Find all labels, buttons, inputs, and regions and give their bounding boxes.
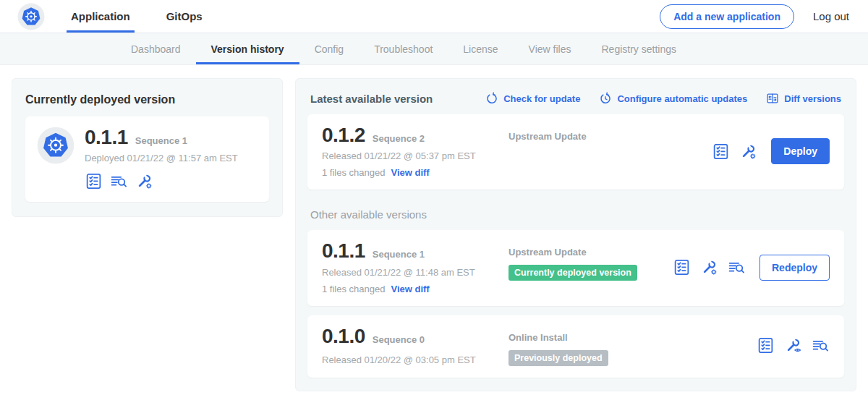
row-action-icons [673,258,746,276]
version-status-column: Upstream Update Currently deployed versi… [509,240,673,294]
app-logo-icon [37,127,75,164]
deploy-button[interactable]: Deploy [771,138,830,164]
version-status-column: Upstream Update [509,124,712,178]
check-for-update-label: Check for update [503,93,580,104]
logout-button[interactable]: Log out [813,10,849,22]
version-source-label: Online Install [509,332,757,343]
kubernetes-logo-icon [17,3,45,30]
tab-application[interactable]: Application [67,0,135,33]
version-card-0-1-2: 0.1.2 Sequence 2 Released 01/21/22 @ 05:… [307,114,844,190]
preflight-checklist-icon[interactable] [757,336,775,354]
config-wrench-gear-icon[interactable] [739,143,757,161]
status-badge-previously-deployed: Previously deployed [509,350,608,366]
main-content: Currently deployed version 0.1.1 Sequenc… [0,65,868,404]
released-timestamp: Released 01/21/22 @ 05:37 pm EST [322,150,509,161]
config-wrench-eye-icon[interactable] [784,336,802,354]
preflight-checklist-icon[interactable] [712,143,730,161]
schedule-refresh-icon [599,92,612,105]
config-wrench-gear-icon[interactable] [700,258,718,276]
app-subnav: Dashboard Version history Config Trouble… [0,33,868,65]
version-actions-column [757,336,830,354]
deployed-card-title: Currently deployed version [25,93,269,106]
diff-versions-link[interactable]: Diff versions [766,92,841,105]
deployed-sequence-label: Sequence 1 [135,135,187,146]
sequence-label: Sequence 0 [373,334,425,345]
subnav-tab-license[interactable]: License [448,33,513,64]
version-actions-column: Deploy [712,138,830,164]
version-number: 0.1.1 [322,240,365,261]
header-tabs: Application GitOps [67,0,234,33]
tab-gitops[interactable]: GitOps [162,0,207,33]
subnav-tab-registry-settings[interactable]: Registry settings [586,33,691,64]
config-wrench-gear-icon[interactable] [135,172,153,190]
configure-automatic-updates-link[interactable]: Configure automatic updates [599,92,747,105]
configure-automatic-updates-label: Configure automatic updates [617,93,747,104]
row-action-icons [712,143,757,161]
version-card-0-1-0: 0.1.0 Sequence 0 Released 01/20/22 @ 03:… [307,315,844,378]
deployed-version-info: 0.1.1 Sequence 1 Deployed 01/21/22 @ 11:… [85,127,238,190]
version-actions: Check for update Configure automatic upd… [485,92,841,105]
version-status-column: Online Install Previously deployed [509,326,757,366]
sequence-label: Sequence 1 [373,249,425,260]
subnav-tab-troubleshoot[interactable]: Troubleshoot [359,33,448,64]
preflight-checklist-icon[interactable] [673,258,691,276]
other-available-title: Other available versions [310,208,844,221]
version-info: 0.1.0 Sequence 0 Released 01/20/22 @ 03:… [322,326,509,366]
versions-panel: Latest available version Check for updat… [295,78,856,391]
version-card-0-1-1: 0.1.1 Sequence 1 Released 01/21/22 @ 11:… [307,230,844,305]
version-number: 0.1.0 [322,326,365,347]
status-badge-currently-deployed: Currently deployed version [509,265,637,281]
redeploy-button[interactable]: Redeploy [760,255,830,281]
deployed-version-card: 0.1.1 Sequence 1 Deployed 01/21/22 @ 11:… [25,116,269,202]
files-changed-label: 1 files changed [322,167,385,178]
currently-deployed-card: Currently deployed version 0.1.1 Sequenc… [12,78,283,217]
deployed-timestamp: Deployed 01/21/22 @ 11:57 am EST [85,153,238,163]
subnav-tab-dashboard[interactable]: Dashboard [116,33,196,64]
version-source-label: Upstream Update [509,131,712,142]
subnav-tab-version-history[interactable]: Version history [196,33,299,64]
diff-versions-label: Diff versions [784,93,841,104]
deploy-logs-icon[interactable] [728,258,746,276]
version-actions-column: Redeploy [673,255,830,281]
app-header: Application GitOps Add a new application… [0,0,868,33]
add-application-button[interactable]: Add a new application [660,4,794,29]
view-diff-link[interactable]: View diff [391,284,429,294]
view-diff-link[interactable]: View diff [391,167,429,178]
refresh-icon [485,92,498,105]
deploy-logs-icon[interactable] [110,172,128,190]
preflight-checklist-icon[interactable] [85,172,103,190]
diff-versions-icon [766,92,779,105]
deployed-action-icons [85,172,238,190]
row-action-icons [757,336,830,354]
deployed-version-number: 0.1.1 [85,127,128,148]
subnav-tab-config[interactable]: Config [299,33,359,64]
versions-panel-header: Latest available version Check for updat… [307,89,844,105]
version-source-label: Upstream Update [509,247,673,258]
subnav-tab-view-files[interactable]: View files [514,33,587,64]
deploy-logs-icon[interactable] [812,336,830,354]
version-info: 0.1.1 Sequence 1 Released 01/21/22 @ 11:… [322,240,509,294]
files-changed-label: 1 files changed [322,284,385,294]
released-timestamp: Released 01/20/22 @ 03:05 pm EST [322,354,509,365]
check-for-update-link[interactable]: Check for update [485,92,580,105]
released-timestamp: Released 01/21/22 @ 11:48 am EST [322,267,509,278]
sequence-label: Sequence 2 [373,133,425,144]
latest-available-title: Latest available version [310,93,433,105]
version-number: 0.1.2 [322,124,365,145]
version-info: 0.1.2 Sequence 2 Released 01/21/22 @ 05:… [322,124,509,178]
